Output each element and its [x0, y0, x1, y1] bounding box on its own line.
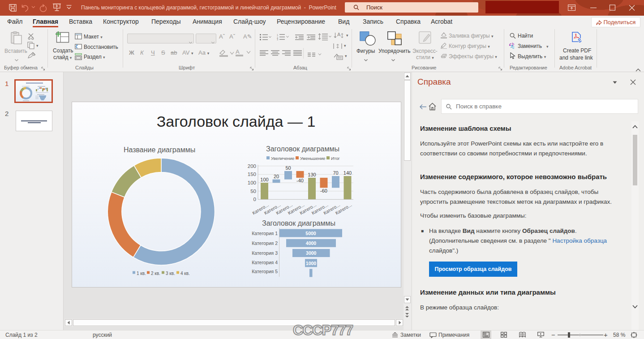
svg-text:3: 3 — [277, 38, 278, 40]
svg-text:A: A — [236, 48, 240, 55]
svg-text:A: A — [337, 32, 341, 37]
